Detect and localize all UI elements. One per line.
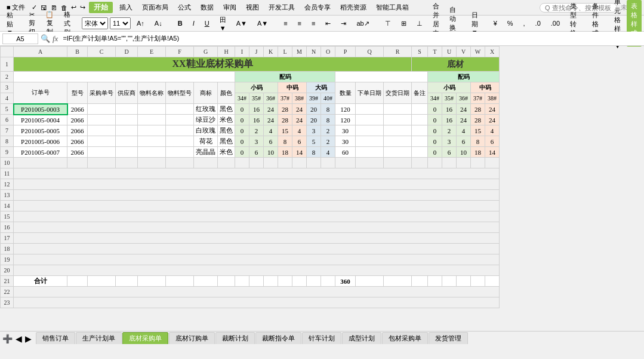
cell-o6[interactable]: 8 <box>321 115 335 125</box>
decimal-dec-button[interactable]: .00 <box>547 18 564 29</box>
cell-g5[interactable]: 红玫瑰 <box>194 104 218 115</box>
cell-d6[interactable] <box>116 115 138 125</box>
cell-k7[interactable]: 4 <box>264 125 278 136</box>
cell-l5[interactable]: 28 <box>278 104 292 115</box>
tab-sales-order[interactable]: 销售订单 <box>36 332 75 344</box>
col-header-e[interactable]: E <box>138 47 166 57</box>
cell-l9[interactable]: 18 <box>278 147 292 158</box>
tab-cutting-plan[interactable]: 裁断计划 <box>215 332 255 344</box>
cell-j9[interactable]: 6 <box>249 147 264 158</box>
cell-u7[interactable]: 2 <box>442 125 457 136</box>
cell-n9[interactable]: 8 <box>307 147 321 158</box>
cell-q8[interactable] <box>356 136 384 147</box>
font-grow-button[interactable]: A↑ <box>133 18 149 29</box>
ribbon-tab-dev[interactable]: 开发工具 <box>266 2 298 13</box>
cell-t7[interactable]: 0 <box>428 125 442 136</box>
currency-button[interactable]: ¥ <box>489 18 501 29</box>
col-header-k[interactable]: K <box>264 47 278 57</box>
cell-x9[interactable]: 14 <box>485 147 500 158</box>
cell-i9[interactable]: 0 <box>235 147 249 158</box>
align-left-button[interactable]: ≡ <box>279 18 291 29</box>
cell-r5[interactable] <box>384 104 412 115</box>
col-header-i[interactable]: I <box>235 47 249 57</box>
cell-d7[interactable] <box>116 125 138 136</box>
cell-v6[interactable]: 24 <box>457 115 471 125</box>
rotate-text-button[interactable]: ab↗ <box>352 18 373 29</box>
cell-x8[interactable]: 6 <box>485 136 500 147</box>
tab-stitching-plan[interactable]: 针车计划 <box>302 332 341 344</box>
cell-h8[interactable]: 黑色 <box>218 136 235 147</box>
cell-s6[interactable] <box>412 115 428 125</box>
cell-r8[interactable] <box>384 136 412 147</box>
cell-r6[interactable] <box>384 115 412 125</box>
ribbon-tab-review[interactable]: 审阅 <box>220 2 239 13</box>
indent-button[interactable]: ⇤ <box>321 18 335 29</box>
cell-j5[interactable]: 16 <box>249 104 264 115</box>
tab-cutting-order[interactable]: 裁断指令单 <box>255 332 301 344</box>
cell-a9[interactable]: P201005-0007 <box>14 147 67 158</box>
align-right-button[interactable]: ≡ <box>307 18 319 29</box>
ribbon-tab-formula[interactable]: 公式 <box>175 2 194 13</box>
cell-b8[interactable]: 2066 <box>67 136 88 147</box>
cell-f8[interactable] <box>166 136 194 147</box>
cell-k6[interactable]: 24 <box>264 115 278 125</box>
col-header-b[interactable]: B <box>67 47 88 57</box>
cell-c5[interactable] <box>88 104 116 115</box>
cell-o7[interactable]: 2 <box>321 125 335 136</box>
cell-j6[interactable]: 16 <box>249 115 264 125</box>
col-header-g[interactable]: G <box>194 47 218 57</box>
cell-e9[interactable] <box>138 147 166 158</box>
cell-i5[interactable]: 0 <box>235 104 249 115</box>
sheet-title-cell[interactable]: XX鞋业底材采购单 <box>14 57 412 72</box>
cell-p8[interactable]: 30 <box>335 136 356 147</box>
cell-x5[interactable]: 24 <box>485 104 500 115</box>
nav-left-icon[interactable]: ◀ <box>16 334 22 344</box>
align-center-button[interactable]: ≡ <box>294 18 306 29</box>
cell-n5[interactable]: 20 <box>307 104 321 115</box>
cell-v8[interactable]: 6 <box>457 136 471 147</box>
valign-mid-button[interactable]: ⊞ <box>397 18 411 29</box>
tab-production-plan[interactable]: 生产计划单 <box>76 332 122 344</box>
col-header-x[interactable]: X <box>485 47 500 57</box>
thousand-button[interactable]: , <box>519 18 529 29</box>
cell-j7[interactable]: 2 <box>249 125 264 136</box>
border-button[interactable]: 田▼ <box>215 14 230 33</box>
cell-k5[interactable]: 24 <box>264 104 278 115</box>
cell-e5[interactable] <box>138 104 166 115</box>
cell-b7[interactable]: 2066 <box>67 125 88 136</box>
cell-p9[interactable]: 60 <box>335 147 356 158</box>
cell-o5[interactable]: 8 <box>321 104 335 115</box>
cell-n6[interactable]: 20 <box>307 115 321 125</box>
bold-button[interactable]: B <box>174 18 187 29</box>
cell-v9[interactable]: 10 <box>457 147 471 158</box>
cell-s7[interactable] <box>412 125 428 136</box>
cell-w7[interactable]: 15 <box>471 125 485 136</box>
cell-b5[interactable]: 2066 <box>67 104 88 115</box>
col-header-h[interactable]: H <box>218 47 235 57</box>
ribbon-tab-vip[interactable]: 会员专享 <box>301 2 334 13</box>
cell-b9[interactable]: 2066 <box>67 147 88 158</box>
cell-q9[interactable] <box>356 147 384 158</box>
add-sheet-icon[interactable]: ➕ <box>2 334 13 344</box>
cell-g9[interactable]: 亮晶晶 <box>194 147 218 158</box>
cell-h5[interactable]: 黑色 <box>218 104 235 115</box>
cell-g8[interactable]: 荷花 <box>194 136 218 147</box>
cell-m7[interactable]: 4 <box>292 125 307 136</box>
cell-f9[interactable] <box>166 147 194 158</box>
col-header-f[interactable]: F <box>166 47 194 57</box>
cell-s5[interactable] <box>412 104 428 115</box>
cell-d8[interactable] <box>116 136 138 147</box>
font-select[interactable]: 宋体 <box>82 17 108 29</box>
col-header-t[interactable]: T <box>428 47 442 57</box>
tab-bottom-order[interactable]: 底材订购单 <box>169 332 215 344</box>
cell-d9[interactable] <box>116 147 138 158</box>
col-header-j[interactable]: J <box>249 47 264 57</box>
cell-a6[interactable]: P201005-0004 <box>14 115 67 125</box>
cell-c6[interactable] <box>88 115 116 125</box>
cell-h6[interactable]: 米色 <box>218 115 235 125</box>
col-header-r[interactable]: R <box>384 47 412 57</box>
cell-x7[interactable]: 4 <box>485 125 500 136</box>
cell-o8[interactable]: 2 <box>321 136 335 147</box>
cell-l6[interactable]: 28 <box>278 115 292 125</box>
cell-v7[interactable]: 4 <box>457 125 471 136</box>
